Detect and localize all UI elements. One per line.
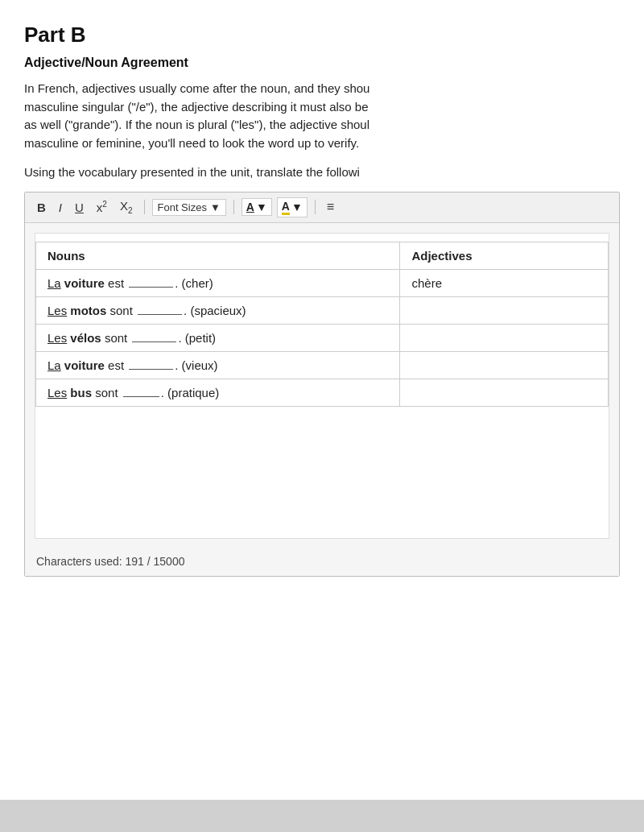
noun-article-underline: La bbox=[47, 358, 61, 372]
font-color-button[interactable]: A ▼ bbox=[242, 198, 272, 216]
noun-cell-1: Les motos sont . (spacieux) bbox=[36, 296, 400, 324]
font-color-arrow-icon: ▼ bbox=[256, 201, 267, 213]
list-button[interactable]: ≡ bbox=[323, 198, 338, 216]
noun-cell-0: La voiture est . (cher) bbox=[36, 269, 400, 296]
blank-line[interactable] bbox=[129, 369, 173, 370]
toolbar-divider-1 bbox=[144, 200, 145, 214]
font-bg-color-button[interactable]: A ▼ bbox=[277, 197, 308, 217]
italic-button[interactable]: I bbox=[55, 199, 66, 216]
noun-word-bold: voiture bbox=[64, 276, 105, 290]
noun-word-bold: bus bbox=[70, 386, 92, 399]
noun-cell-2: Les vélos sont . (petit) bbox=[36, 324, 400, 351]
table-row: Les vélos sont . (petit) bbox=[36, 324, 609, 351]
noun-cell-4: Les bus sont . (pratique) bbox=[36, 379, 400, 406]
subscript-button[interactable]: X2 bbox=[116, 197, 137, 217]
noun-article-underline: Les bbox=[47, 331, 67, 345]
noun-word-bold: voiture bbox=[64, 358, 105, 372]
noun-article-underline: Les bbox=[47, 386, 67, 399]
table-wrapper: Nouns Adjectives La voiture est . (cher)… bbox=[35, 242, 609, 407]
page: Part B Adjective/Noun Agreement In Frenc… bbox=[0, 0, 644, 832]
adjective-cell-4 bbox=[400, 379, 609, 406]
table-body: La voiture est . (cher)chèreLes motos so… bbox=[36, 269, 609, 406]
toolbar-divider-3 bbox=[315, 200, 316, 214]
noun-cell-3: La voiture est . (vieux) bbox=[36, 351, 400, 379]
section-title: Adjective/Noun Agreement bbox=[24, 56, 620, 70]
adjective-cell-0: chère bbox=[400, 269, 609, 296]
noun-word-bold: motos bbox=[70, 304, 106, 317]
toolbar-divider-2 bbox=[233, 200, 234, 214]
description-text: In French, adjectives usually come after… bbox=[24, 80, 620, 152]
font-bg-arrow-icon: ▼ bbox=[291, 201, 303, 213]
bold-button[interactable]: B bbox=[33, 199, 50, 216]
characters-used: Characters used: 191 / 15000 bbox=[25, 548, 619, 576]
adjective-cell-3 bbox=[400, 351, 609, 379]
blank-line[interactable] bbox=[138, 314, 182, 315]
underline-button[interactable]: U bbox=[71, 199, 88, 216]
adjective-cell-1 bbox=[400, 296, 609, 324]
noun-word-bold: vélos bbox=[70, 331, 101, 345]
table-header-row: Nouns Adjectives bbox=[36, 242, 609, 269]
noun-article-underline: Les bbox=[47, 304, 67, 317]
bottom-bar bbox=[0, 800, 644, 832]
blank-line[interactable] bbox=[132, 341, 176, 342]
instruction-text: Using the vocabulary presented in the un… bbox=[24, 164, 620, 182]
noun-article-underline: La bbox=[47, 276, 61, 290]
col-header-adjectives: Adjectives bbox=[400, 242, 609, 269]
toolbar: B I U x2 X2 Font Sizes ▼ A ▼ A ▼ ≡ bbox=[25, 192, 619, 223]
editor-container: B I U x2 X2 Font Sizes ▼ A ▼ A ▼ ≡ bbox=[24, 192, 620, 577]
table-row: Les motos sont . (spacieux) bbox=[36, 296, 609, 324]
part-title: Part B bbox=[24, 23, 620, 48]
adjective-cell-2 bbox=[400, 324, 609, 351]
col-header-nouns: Nouns bbox=[36, 242, 400, 269]
table-row: Les bus sont . (pratique) bbox=[36, 379, 609, 406]
editor-content[interactable]: Nouns Adjectives La voiture est . (cher)… bbox=[35, 233, 609, 539]
blank-line[interactable] bbox=[129, 287, 173, 288]
superscript-button[interactable]: x2 bbox=[93, 198, 111, 216]
table-row: La voiture est . (cher)chère bbox=[36, 269, 609, 296]
dropdown-arrow-icon: ▼ bbox=[210, 201, 221, 213]
nouns-adjectives-table: Nouns Adjectives La voiture est . (cher)… bbox=[35, 242, 609, 407]
font-sizes-dropdown[interactable]: Font Sizes ▼ bbox=[152, 199, 226, 216]
table-row: La voiture est . (vieux) bbox=[36, 351, 609, 379]
blank-line[interactable] bbox=[123, 396, 159, 397]
